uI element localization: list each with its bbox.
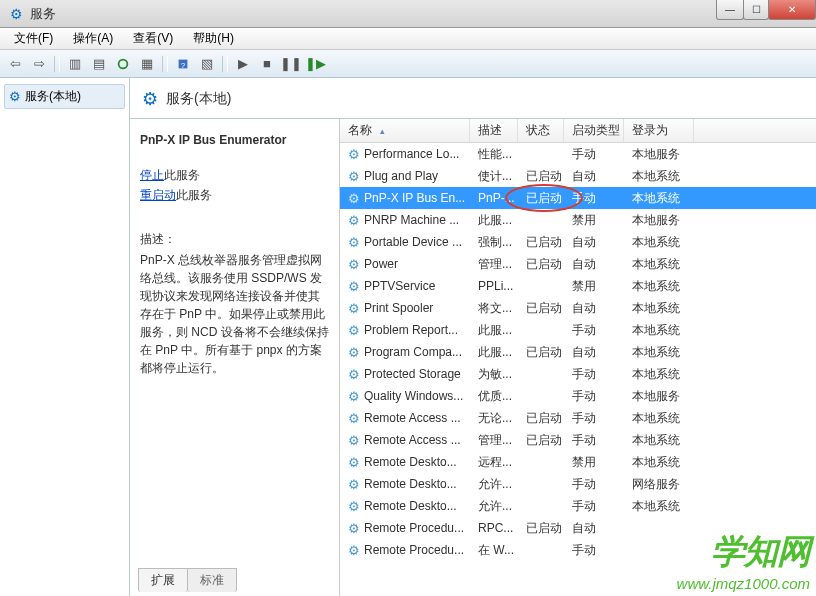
cell-name: Remote Procedu... bbox=[364, 543, 464, 557]
cell-logon: 本地系统 bbox=[624, 234, 694, 251]
gear-icon: ⚙ bbox=[9, 89, 21, 104]
titlebar: ⚙ 服务 — ☐ ✕ bbox=[0, 0, 816, 28]
menu-help[interactable]: 帮助(H) bbox=[185, 28, 242, 49]
separator bbox=[162, 55, 168, 73]
pause-service-button[interactable]: ❚❚ bbox=[280, 53, 302, 75]
cell-desc: 使计... bbox=[470, 168, 518, 185]
service-row[interactable]: ⚙Remote Deskto...远程...禁用本地系统 bbox=[340, 451, 816, 473]
menu-action[interactable]: 操作(A) bbox=[65, 28, 121, 49]
view-button[interactable]: ▧ bbox=[196, 53, 218, 75]
cell-startup: 自动 bbox=[564, 168, 624, 185]
cell-startup: 手动 bbox=[564, 498, 624, 515]
menu-file[interactable]: 文件(F) bbox=[6, 28, 61, 49]
service-row[interactable]: ⚙PNRP Machine ...此服...禁用本地服务 bbox=[340, 209, 816, 231]
service-row[interactable]: ⚙Quality Windows...优质...手动本地服务 bbox=[340, 385, 816, 407]
cell-logon: 本地系统 bbox=[624, 498, 694, 515]
cell-logon: 本地系统 bbox=[624, 344, 694, 361]
gear-icon: ⚙ bbox=[348, 191, 360, 206]
cell-status: 已启动 bbox=[518, 300, 564, 317]
column-logon[interactable]: 登录为 bbox=[624, 119, 694, 142]
nav-services-local[interactable]: ⚙ 服务(本地) bbox=[4, 84, 125, 109]
cell-logon: 本地系统 bbox=[624, 300, 694, 317]
service-row[interactable]: ⚙Remote Deskto...允许...手动本地系统 bbox=[340, 495, 816, 517]
cell-desc: RPC... bbox=[470, 521, 518, 535]
cell-name: Remote Procedu... bbox=[364, 521, 464, 535]
service-row[interactable]: ⚙Plug and Play使计...已启动自动本地系统 bbox=[340, 165, 816, 187]
service-row[interactable]: ⚙Remote Access ...无论...已启动手动本地系统 bbox=[340, 407, 816, 429]
gear-icon: ⚙ bbox=[348, 279, 360, 294]
service-row[interactable]: ⚙Portable Device ...强制...已启动自动本地系统 bbox=[340, 231, 816, 253]
cell-logon: 本地系统 bbox=[624, 168, 694, 185]
service-row[interactable]: ⚙PnP-X IP Bus En...PnP-...已启动手动本地系统 bbox=[340, 187, 816, 209]
cell-startup: 自动 bbox=[564, 300, 624, 317]
cell-startup: 手动 bbox=[564, 542, 624, 559]
column-startup[interactable]: 启动类型 bbox=[564, 119, 624, 142]
cell-status: 已启动 bbox=[518, 190, 564, 207]
tab-standard[interactable]: 标准 bbox=[187, 568, 237, 592]
cell-startup: 自动 bbox=[564, 256, 624, 273]
export-button[interactable] bbox=[112, 53, 134, 75]
separator bbox=[222, 55, 228, 73]
service-row[interactable]: ⚙Program Compa...此服...已启动自动本地系统 bbox=[340, 341, 816, 363]
cell-desc: 远程... bbox=[470, 454, 518, 471]
refresh-button[interactable]: ▦ bbox=[136, 53, 158, 75]
gear-icon: ⚙ bbox=[348, 477, 360, 492]
properties-button[interactable]: ▤ bbox=[88, 53, 110, 75]
tab-extended[interactable]: 扩展 bbox=[138, 568, 188, 592]
services-icon: ⚙ bbox=[8, 6, 24, 22]
cell-startup: 手动 bbox=[564, 190, 624, 207]
service-row[interactable]: ⚙Print Spooler将文...已启动自动本地系统 bbox=[340, 297, 816, 319]
restart-service-button[interactable]: ❚▶ bbox=[304, 53, 326, 75]
show-hide-tree-button[interactable]: ▥ bbox=[64, 53, 86, 75]
cell-logon: 本地系统 bbox=[624, 256, 694, 273]
selected-service-name: PnP-X IP Bus Enumerator bbox=[140, 133, 329, 147]
service-row[interactable]: ⚙Protected Storage为敏...手动本地系统 bbox=[340, 363, 816, 385]
list-header: 名称 描述 状态 启动类型 登录为 bbox=[340, 119, 816, 143]
minimize-button[interactable]: — bbox=[716, 0, 744, 20]
service-row[interactable]: ⚙Remote Deskto...允许...手动网络服务 bbox=[340, 473, 816, 495]
back-button[interactable]: ⇦ bbox=[4, 53, 26, 75]
gear-icon: ⚙ bbox=[348, 389, 360, 404]
service-row[interactable]: ⚙Power管理...已启动自动本地系统 bbox=[340, 253, 816, 275]
column-status[interactable]: 状态 bbox=[518, 119, 564, 142]
stop-service-button[interactable]: ■ bbox=[256, 53, 278, 75]
maximize-button[interactable]: ☐ bbox=[743, 0, 769, 20]
cell-name: Power bbox=[364, 257, 398, 271]
column-name[interactable]: 名称 bbox=[340, 119, 470, 142]
menubar: 文件(F) 操作(A) 查看(V) 帮助(H) bbox=[0, 28, 816, 50]
cell-name: Portable Device ... bbox=[364, 235, 462, 249]
window-title: 服务 bbox=[30, 5, 56, 23]
cell-desc: 此服... bbox=[470, 212, 518, 229]
service-row[interactable]: ⚙Remote Access ...管理...已启动手动本地系统 bbox=[340, 429, 816, 451]
service-row[interactable]: ⚙Remote Procedu...RPC...已启动自动 bbox=[340, 517, 816, 539]
cell-logon: 本地系统 bbox=[624, 454, 694, 471]
start-service-button[interactable]: ▶ bbox=[232, 53, 254, 75]
gear-icon: ⚙ bbox=[348, 455, 360, 470]
cell-desc: 此服... bbox=[470, 322, 518, 339]
service-row[interactable]: ⚙Problem Report...此服...手动本地系统 bbox=[340, 319, 816, 341]
gear-icon: ⚙ bbox=[348, 147, 360, 162]
forward-button[interactable]: ⇨ bbox=[28, 53, 50, 75]
cell-desc: 为敏... bbox=[470, 366, 518, 383]
cell-logon: 本地系统 bbox=[624, 366, 694, 383]
close-button[interactable]: ✕ bbox=[768, 0, 816, 20]
help-button[interactable]: ? bbox=[172, 53, 194, 75]
cell-name: Remote Deskto... bbox=[364, 477, 457, 491]
main-pane: ⚙ 服务(本地) PnP-X IP Bus Enumerator 停止此服务 重… bbox=[130, 78, 816, 596]
service-row[interactable]: ⚙Performance Lo...性能...手动本地服务 bbox=[340, 143, 816, 165]
menu-view[interactable]: 查看(V) bbox=[125, 28, 181, 49]
content-area: ⚙ 服务(本地) ⚙ 服务(本地) PnP-X IP Bus Enumerato… bbox=[0, 78, 816, 596]
description-text: PnP-X 总线枚举器服务管理虚拟网络总线。该服务使用 SSDP/WS 发现协议… bbox=[140, 251, 329, 377]
list-body[interactable]: ⚙Performance Lo...性能...手动本地服务⚙Plug and P… bbox=[340, 143, 816, 596]
main-title: 服务(本地) bbox=[166, 90, 231, 108]
cell-name: Remote Access ... bbox=[364, 411, 461, 425]
cell-desc: 管理... bbox=[470, 256, 518, 273]
stop-link[interactable]: 停止 bbox=[140, 168, 164, 182]
gear-icon: ⚙ bbox=[348, 499, 360, 514]
cell-startup: 手动 bbox=[564, 146, 624, 163]
column-desc[interactable]: 描述 bbox=[470, 119, 518, 142]
gear-icon: ⚙ bbox=[348, 213, 360, 228]
service-row[interactable]: ⚙Remote Procedu...在 W...手动 bbox=[340, 539, 816, 561]
service-row[interactable]: ⚙PPTVServicePPLi...禁用本地系统 bbox=[340, 275, 816, 297]
restart-link[interactable]: 重启动 bbox=[140, 188, 176, 202]
